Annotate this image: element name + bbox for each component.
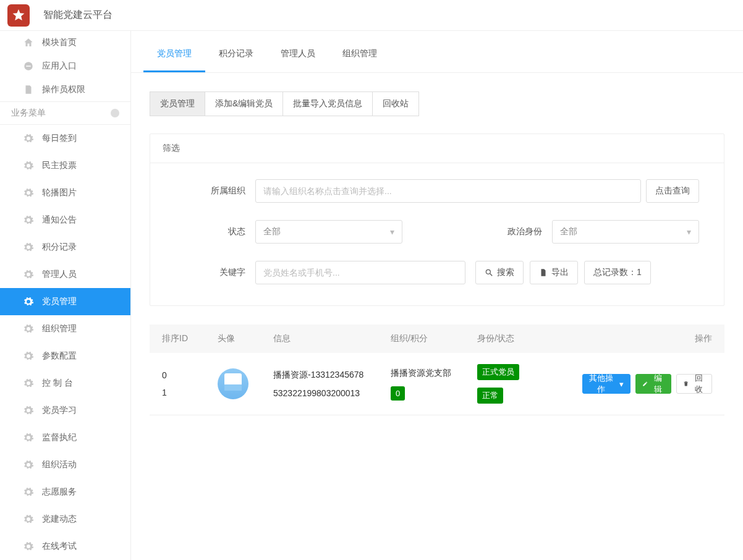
sidebar-item-label: 积分记录 [42,242,77,253]
sidebar-item-9[interactable]: 控 制 台 [0,370,130,397]
status-value: 全部 [263,226,281,237]
gear-icon [22,459,35,471]
sidebar-item-1[interactable]: 民主投票 [0,152,130,179]
sidebar-top-label: 模块首页 [42,37,77,48]
gear-icon [22,241,35,253]
row-info-idcard: 532322199803200013 [273,388,383,398]
gear-icon [22,187,35,199]
file-icon [539,268,548,277]
tab-admin[interactable]: 管理人员 [267,37,329,72]
export-button[interactable]: 导出 [530,261,578,284]
sidebar-item-7[interactable]: 组织管理 [0,315,130,342]
sidebar-item-4[interactable]: 积分记录 [0,234,130,261]
sidebar-section-label: 业务菜单 [11,108,46,119]
identity-badge: 正式党员 [477,364,519,380]
identity-value: 全部 [560,226,577,237]
chat-icon [22,60,35,72]
main: 党员管理 积分记录 管理人员 组织管理 党员管理 添加&编辑党员 批量导入党员信… [131,31,743,560]
gear-icon [22,268,35,281]
avatar [218,368,248,399]
row-id-0: 0 [162,370,210,380]
svg-rect-1 [26,66,31,67]
gear-icon [22,404,35,417]
other-ops-button[interactable]: 其他操作 ▾ [582,374,630,394]
other-ops-label: 其他操作 [589,373,613,395]
gear-icon [22,323,35,335]
sidebar-item-label: 组织管理 [42,323,77,334]
total-count: 总记录数：1 [584,261,651,284]
sidebar-item-label: 通知公告 [42,214,77,226]
keyword-input-field[interactable] [263,261,457,284]
sidebar-item-2[interactable]: 轮播图片 [0,179,130,206]
filter-title: 筛选 [150,134,724,163]
sidebar-item-14[interactable]: 党建动态 [0,506,130,533]
org-input[interactable] [255,179,641,203]
gear-icon [22,295,35,308]
recycle-button[interactable]: 回收 [676,374,712,394]
chevron-down-icon: ▾ [619,380,624,389]
search-button[interactable]: 搜索 [475,261,524,284]
sidebar-item-label: 党员管理 [42,296,77,307]
sidebar-top-home[interactable]: 模块首页 [0,31,130,54]
sidebar-item-11[interactable]: 监督执纪 [0,424,130,451]
chevron-down-icon: ▾ [687,227,691,237]
recycle-label: 回收 [693,373,705,395]
app-logo [7,4,30,27]
gear-icon [22,540,35,553]
search-label: 搜索 [497,267,514,278]
subtab-add-edit[interactable]: 添加&编辑党员 [205,91,283,116]
sidebar-item-label: 轮播图片 [42,187,77,198]
gear-icon [22,132,35,145]
row-id-1: 1 [162,388,210,397]
keyword-label: 关键字 [175,267,255,278]
status-select[interactable]: 全部 ▾ [255,220,402,244]
th-avatar: 头像 [214,333,270,344]
sidebar-item-3[interactable]: 通知公告 [0,206,130,234]
sidebar-item-15[interactable]: 在线考试 [0,533,130,560]
tab-org-manage[interactable]: 组织管理 [329,37,391,72]
identity-select[interactable]: 全部 ▾ [552,220,699,244]
sidebar-top-perm[interactable]: 操作员权限 [0,78,130,101]
sidebar-item-12[interactable]: 组织活动 [0,451,130,478]
subtab-recycle[interactable]: 回收站 [372,91,419,116]
sidebar-item-label: 控 制 台 [42,378,73,389]
sidebar-item-6[interactable]: 党员管理 [0,288,130,315]
subtab-import[interactable]: 批量导入党员信息 [282,91,373,116]
edit-icon [642,380,648,388]
org-query-button[interactable]: 点击查询 [646,179,699,203]
org-input-field[interactable] [263,180,633,202]
sidebar-item-8[interactable]: 参数配置 [0,342,130,370]
sidebar-item-13[interactable]: 志愿服务 [0,478,130,506]
tab-points-log[interactable]: 积分记录 [205,37,267,72]
subtabs: 党员管理 添加&编辑党员 批量导入党员信息 回收站 [150,91,724,116]
search-icon [485,268,493,277]
sidebar-item-5[interactable]: 管理人员 [0,261,130,288]
th-info: 信息 [270,333,387,344]
sidebar-top-label: 操作员权限 [42,84,85,95]
trash-icon [683,380,689,388]
sidebar-top-entry[interactable]: 应用入口 [0,54,130,78]
status-label: 状态 [175,226,255,237]
subtab-member-manage[interactable]: 党员管理 [150,91,205,116]
star-icon [11,8,26,23]
sidebar-item-label: 志愿服务 [42,486,77,498]
home-icon [22,36,35,49]
export-label: 导出 [551,267,569,278]
sidebar-item-0[interactable]: 每日签到 [0,125,130,152]
gear-icon [22,214,35,226]
keyword-input[interactable] [255,261,465,284]
sidebar-item-label: 参数配置 [42,350,77,362]
sidebar-item-label: 每日签到 [42,133,77,144]
points-badge: 0 [391,386,405,401]
collapse-icon[interactable] [111,109,119,117]
sidebar: 模块首页 应用入口 操作员权限 业务菜单 每日签到民主投票轮播图片通知公告积分记… [0,31,131,560]
topbar: 智能党建云平台 [0,0,743,31]
sidebar-item-label: 党员学习 [42,405,77,416]
gear-icon [22,431,35,444]
identity-label: 政治身份 [490,226,552,237]
sidebar-item-10[interactable]: 党员学习 [0,397,130,424]
sidebar-item-label: 监督执纪 [42,432,77,443]
row-info-name: 播播资源-13312345678 [273,370,383,381]
tab-member-manage[interactable]: 党员管理 [143,37,205,72]
edit-button[interactable]: 编辑 [635,374,671,394]
